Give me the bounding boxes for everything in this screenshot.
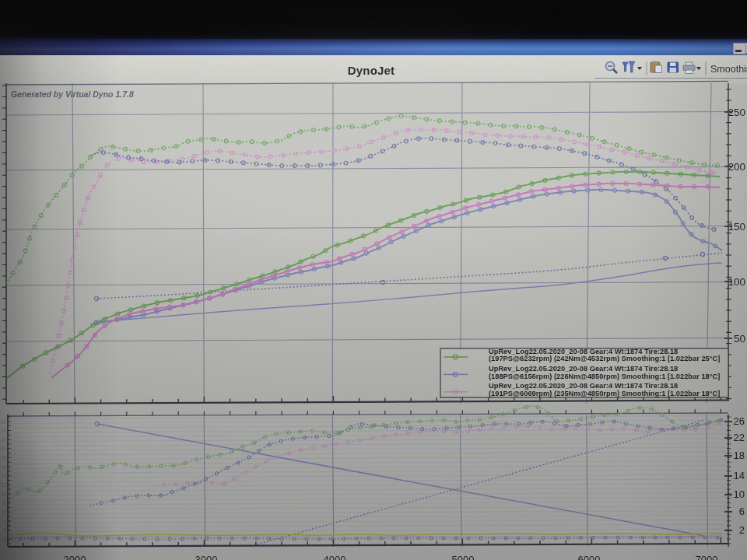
svg-text:6: 6 [739, 506, 745, 517]
svg-text:5000: 5000 [452, 554, 475, 560]
svg-text:8: 8 [3, 500, 6, 506]
svg-text:12: 12 [0, 482, 6, 488]
svg-text:14: 14 [734, 470, 745, 481]
svg-text:100: 100 [728, 276, 745, 288]
svg-text:18: 18 [734, 450, 745, 461]
svg-text:UpRev_Log22.05.2020_20-08 Gear: UpRev_Log22.05.2020_20-08 Gear:4 Wt:1874… [489, 382, 678, 390]
svg-text:6000: 6000 [578, 554, 601, 560]
svg-text:7000: 7000 [696, 554, 718, 560]
svg-text:6: 6 [3, 509, 6, 515]
svg-text:2000: 2000 [64, 554, 86, 560]
svg-text:26: 26 [0, 419, 6, 425]
svg-text:(188PS@6156rpm) (226Nm@4850rpm: (188PS@6156rpm) (226Nm@4850rpm) Smoothin… [489, 373, 720, 380]
svg-text:UpRev_Log22.05.2020_20-08 Gear: UpRev_Log22.05.2020_20-08 Gear:4 Wt:1874… [489, 348, 678, 355]
svg-text:2: 2 [739, 524, 745, 536]
svg-text:Generated by Virtual Dyno 1.7.: Generated by Virtual Dyno 1.7.8 [11, 89, 134, 99]
svg-text:(197PS@6232rpm) (242Nm@4532rpm: (197PS@6232rpm) (242Nm@4532rpm) Smoothin… [489, 355, 720, 362]
svg-text:2: 2 [3, 527, 6, 533]
svg-text:14: 14 [0, 473, 6, 478]
svg-text:22: 22 [734, 432, 745, 443]
svg-text:16: 16 [0, 464, 6, 470]
svg-text:150: 150 [728, 221, 745, 233]
svg-text:0: 0 [3, 537, 6, 542]
svg-text:250: 250 [728, 107, 745, 118]
svg-text:20: 20 [0, 446, 6, 451]
svg-text:26: 26 [734, 415, 745, 427]
svg-text:10: 10 [734, 488, 745, 500]
svg-text:4000: 4000 [324, 554, 346, 560]
svg-text:50: 50 [734, 333, 745, 345]
svg-text:18: 18 [0, 455, 6, 460]
svg-text:UpRev_Log22.05.2020_20-08 Gear: UpRev_Log22.05.2020_20-08 Gear:4 Wt:1874… [489, 365, 678, 373]
svg-text:22: 22 [0, 437, 6, 443]
svg-text:10: 10 [0, 492, 6, 497]
svg-text:(191PS@6069rpm) (235Nm@4850rpm: (191PS@6069rpm) (235Nm@4850rpm) Smoothin… [489, 390, 720, 397]
svg-text:4: 4 [3, 519, 6, 524]
svg-text:24: 24 [0, 428, 6, 433]
svg-text:200: 200 [728, 161, 745, 173]
svg-text:3000: 3000 [195, 554, 218, 560]
